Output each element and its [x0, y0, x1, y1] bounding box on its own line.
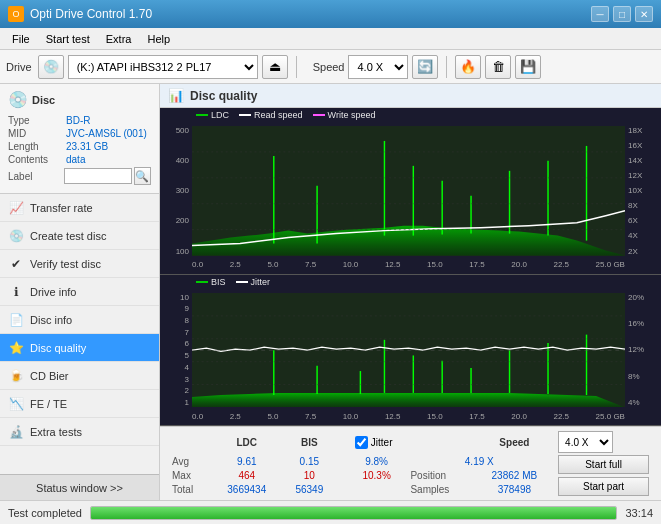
sidebar-item-extra-tests[interactable]: 🔬 Extra tests: [0, 418, 159, 446]
sidebar-item-verify-test-disc[interactable]: ✔ Verify test disc: [0, 250, 159, 278]
by-label-9: 9: [185, 304, 189, 313]
bx-label-5: 5.0: [267, 412, 278, 421]
bis-legend: BIS: [196, 277, 226, 287]
disc-panel: 💿 Disc Type BD-R MID JVC-AMS6L (001) Len…: [0, 84, 159, 194]
drive-info-label: Drive info: [30, 286, 76, 298]
label-browse-button[interactable]: 🔍: [134, 167, 151, 185]
col-header-ldc: LDC: [212, 430, 282, 454]
close-button[interactable]: ✕: [635, 6, 653, 22]
transfer-rate-label: Transfer rate: [30, 202, 93, 214]
refresh-button[interactable]: 🔄: [412, 55, 438, 79]
time-display: 33:14: [625, 507, 653, 519]
ldc-legend-label: LDC: [211, 110, 229, 120]
start-part-button[interactable]: Start part: [558, 477, 649, 496]
by-label-1: 1: [185, 398, 189, 407]
menu-file[interactable]: File: [4, 31, 38, 47]
sidebar-item-cd-bier[interactable]: 🍺 CD Bier: [0, 362, 159, 390]
jitter-checkbox[interactable]: [355, 436, 368, 449]
sidebar-item-fe-te[interactable]: 📉 FE / TE: [0, 390, 159, 418]
stats-table: LDC BIS Jitter Speed 4.0 X: [166, 430, 655, 497]
contents-value: data: [66, 154, 85, 165]
type-value: BD-R: [66, 115, 90, 126]
y-label-8x: 8X: [628, 201, 638, 210]
eject-button[interactable]: ⏏: [262, 55, 288, 79]
samples-label: Samples: [404, 483, 474, 497]
charts-area: LDC Read speed Write speed 500 400 30: [160, 108, 661, 426]
y-label-12x: 12X: [628, 171, 642, 180]
write-speed-legend-label: Write speed: [328, 110, 376, 120]
minimize-button[interactable]: ─: [591, 6, 609, 22]
start-full-button[interactable]: Start full: [558, 455, 649, 474]
titlebar: O Opti Drive Control 1.70 ─ □ ✕: [0, 0, 661, 28]
sidebar-item-disc-quality[interactable]: ⭐ Disc quality: [0, 334, 159, 362]
by-label-7: 7: [185, 328, 189, 337]
samples-value: 378498: [475, 483, 554, 497]
disc-panel-header: 💿 Disc: [8, 90, 151, 109]
maximize-button[interactable]: □: [613, 6, 631, 22]
col-header-bis: BIS: [282, 430, 337, 454]
read-speed-legend: Read speed: [239, 110, 303, 120]
speed-select[interactable]: 4.0 X: [348, 55, 408, 79]
drive-icon-button[interactable]: 💿: [38, 55, 64, 79]
create-test-disc-icon: 💿: [8, 229, 24, 243]
save-button[interactable]: 💾: [515, 55, 541, 79]
max-row-label: Max: [166, 468, 212, 482]
drive-info-icon: ℹ: [8, 285, 24, 299]
x-label-25: 25.0 GB: [596, 260, 625, 269]
bx-label-12-5: 12.5: [385, 412, 401, 421]
bx-label-0: 0.0: [192, 412, 203, 421]
menu-start-test[interactable]: Start test: [38, 31, 98, 47]
y-label-400: 400: [176, 156, 189, 165]
statusbar: Test completed 33:14: [0, 500, 661, 524]
disc-info-icon: 📄: [8, 313, 24, 327]
y-label-300: 300: [176, 186, 189, 195]
titlebar-title: Opti Drive Control 1.70: [30, 7, 152, 21]
length-label: Length: [8, 141, 66, 152]
col-header-speed: Speed: [475, 430, 554, 454]
by-label-5: 5: [185, 351, 189, 360]
app-icon: O: [8, 6, 24, 22]
menubar: File Start test Extra Help: [0, 28, 661, 50]
avg-bis-value: 0.15: [282, 454, 337, 468]
y-label-18x: 18X: [628, 126, 642, 135]
top-chart-y-axis-left: 500 400 300 200 100: [160, 126, 192, 256]
top-chart-y-axis-right: 18X 16X 14X 12X 10X 8X 6X 4X 2X: [625, 126, 661, 256]
position-label: Position: [404, 468, 474, 482]
status-window-button[interactable]: Status window >>: [0, 474, 159, 500]
stats-speed-select[interactable]: 4.0 X: [558, 431, 613, 453]
bis-legend-dot: [196, 281, 208, 283]
extra-tests-icon: 🔬: [8, 425, 24, 439]
bx-label-2-5: 2.5: [230, 412, 241, 421]
menu-help[interactable]: Help: [139, 31, 178, 47]
jitter-label: Jitter: [371, 437, 393, 448]
top-chart-svg: [192, 126, 625, 256]
sidebar-item-disc-info[interactable]: 📄 Disc info: [0, 306, 159, 334]
top-chart-legend: LDC Read speed Write speed: [196, 110, 375, 120]
sidebar-item-drive-info[interactable]: ℹ Drive info: [0, 278, 159, 306]
label-field-label: Label: [8, 171, 64, 182]
transfer-rate-icon: 📈: [8, 201, 24, 215]
total-bis-value: 56349: [282, 483, 337, 497]
menu-extra[interactable]: Extra: [98, 31, 140, 47]
sidebar-item-transfer-rate[interactable]: 📈 Transfer rate: [0, 194, 159, 222]
burn-button[interactable]: 🔥: [455, 55, 481, 79]
by-label-12pct: 12%: [628, 345, 644, 354]
total-row-label: Total: [166, 483, 212, 497]
erase-button[interactable]: 🗑: [485, 55, 511, 79]
bx-label-20: 20.0: [511, 412, 527, 421]
position-value: 23862 MB: [475, 468, 554, 482]
max-ldc-value: 464: [212, 468, 282, 482]
sidebar-item-create-test-disc[interactable]: 💿 Create test disc: [0, 222, 159, 250]
bx-label-22-5: 22.5: [553, 412, 569, 421]
drive-select[interactable]: (K:) ATAPI iHBS312 2 PL17: [68, 55, 258, 79]
chart-title: Disc quality: [190, 89, 257, 103]
label-input[interactable]: [64, 168, 132, 184]
toolbar-separator: [296, 56, 297, 78]
cd-bier-icon: 🍺: [8, 369, 24, 383]
bis-legend-label: BIS: [211, 277, 226, 287]
ldc-legend-dot: [196, 114, 208, 116]
jitter-legend-label: Jitter: [251, 277, 271, 287]
top-chart-canvas: [192, 126, 625, 256]
avg-ldc-value: 9.61: [212, 454, 282, 468]
titlebar-controls: ─ □ ✕: [591, 6, 653, 22]
